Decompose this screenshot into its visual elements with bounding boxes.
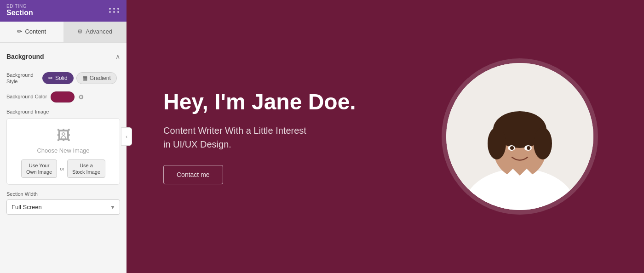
background-color-label: Background Color: [6, 93, 47, 100]
panel-collapse-handle[interactable]: ‹: [121, 127, 132, 146]
background-style-row: BackgroundStyle ✏ Solid ▦ Gradient: [6, 72, 120, 85]
color-swatch-row: ⚙: [51, 91, 84, 102]
gradient-label: Gradient: [90, 75, 111, 81]
section-width-label: Section Width: [6, 191, 120, 197]
editing-title: Section: [6, 9, 33, 17]
section-width-select-wrapper: Full Screen Boxed Custom ▼: [6, 199, 120, 215]
preview-subtext: Content Writer With a Little Interestin …: [163, 124, 356, 151]
section-width-select[interactable]: Full Screen Boxed Custom: [6, 199, 120, 215]
contact-cta-button[interactable]: Contact me: [163, 165, 223, 184]
image-buttons-row: Use YourOwn Image or Use aStock Image: [21, 159, 105, 178]
tab-content[interactable]: ✏ Content: [0, 22, 63, 42]
preview-heading: Hey, I'm Jane Doe.: [163, 89, 356, 115]
svg-point-6: [534, 127, 552, 159]
tab-advanced-label: Advanced: [86, 28, 112, 35]
preview-area: Hey, I'm Jane Doe. Content Writer With a…: [126, 0, 644, 273]
tab-content-label: Content: [25, 28, 46, 35]
use-own-image-button[interactable]: Use YourOwn Image: [21, 159, 57, 178]
color-settings-icon[interactable]: ⚙: [78, 93, 84, 101]
circle-portrait: [446, 63, 593, 210]
editing-label: EDITING: [6, 4, 33, 9]
panel-content: Background ∧ BackgroundStyle ✏ Solid ▦ G…: [0, 43, 126, 273]
color-swatch[interactable]: [51, 91, 75, 102]
panel-header: EDITING Section: [0, 0, 126, 22]
brush-icon: ✏: [48, 75, 53, 81]
left-panel: EDITING Section ✏ Content ⚙ Advanced Bac…: [0, 0, 126, 273]
solid-button[interactable]: ✏ Solid: [42, 72, 74, 84]
collapse-icon[interactable]: ∧: [115, 53, 120, 60]
section-width-container: Section Width Full Screen Boxed Custom ▼: [6, 191, 120, 215]
background-style-label: BackgroundStyle: [6, 72, 39, 85]
panel-header-left: EDITING Section: [6, 4, 33, 17]
tab-advanced[interactable]: ⚙ Advanced: [63, 22, 127, 42]
panel-tabs: ✏ Content ⚙ Advanced: [0, 22, 126, 43]
pencil-icon: ✏: [17, 28, 22, 35]
use-stock-image-button[interactable]: Use aStock Image: [67, 159, 105, 178]
person-illustration: [446, 63, 593, 210]
style-buttons: ✏ Solid ▦ Gradient: [42, 72, 117, 84]
background-title: Background: [6, 53, 44, 60]
background-image-section: Background Image 🖼 Choose New Image Use …: [6, 109, 120, 185]
drag-handle[interactable]: [109, 8, 120, 13]
svg-point-10: [527, 146, 530, 150]
solid-label: Solid: [55, 75, 68, 81]
gradient-button[interactable]: ▦ Gradient: [76, 72, 117, 84]
or-text: or: [60, 166, 64, 171]
background-section-header: Background ∧: [6, 49, 120, 65]
background-image-label: Background Image: [6, 109, 120, 114]
image-upload-area[interactable]: 🖼 Choose New Image Use YourOwn Image or …: [6, 118, 120, 185]
preview-text-block: Hey, I'm Jane Doe. Content Writer With a…: [163, 89, 356, 184]
svg-point-5: [488, 127, 506, 159]
image-placeholder-icon: 🖼: [57, 128, 70, 143]
background-color-row: Background Color ⚙: [6, 91, 120, 102]
svg-point-9: [510, 146, 514, 150]
preview-content: Hey, I'm Jane Doe. Content Writer With a…: [126, 22, 644, 251]
choose-image-text: Choose New Image: [37, 147, 89, 154]
gear-icon: ⚙: [77, 28, 83, 35]
preview-image-container: [432, 49, 607, 224]
gradient-icon: ▦: [82, 75, 87, 81]
